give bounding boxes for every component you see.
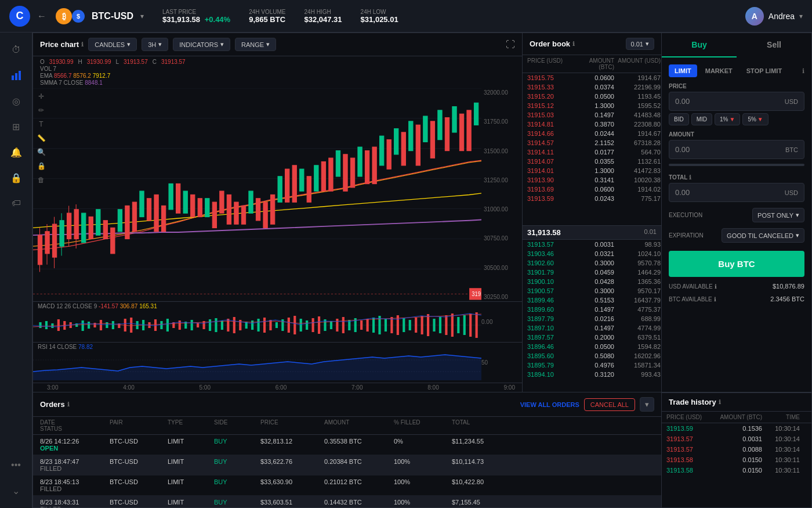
sidebar-item-chart[interactable]	[6, 65, 27, 86]
text-icon[interactable]: T	[35, 118, 47, 130]
ruler-icon[interactable]: 📏	[35, 132, 47, 144]
user-chevron-icon[interactable]: ▾	[799, 12, 803, 20]
table-row[interactable]: 31915.030.149741483.48	[523, 110, 661, 120]
table-row[interactable]: 31894.100.3120993.43	[523, 370, 661, 379]
pct1-btn[interactable]: 1% ▼	[715, 113, 740, 125]
pen-icon[interactable]: ✏	[35, 105, 47, 116]
magnet-icon[interactable]: 🔒	[35, 160, 47, 172]
table-row[interactable]: 31900.570.30009570.17	[523, 286, 661, 296]
execution-select[interactable]: POST ONLY ▾	[752, 208, 804, 222]
table-row[interactable]: 31897.570.20006379.51	[523, 333, 661, 342]
table-row[interactable]: 31901.790.04591464.29	[523, 268, 661, 277]
expiration-select[interactable]: GOOD TIL CANCELED ▾	[722, 228, 804, 243]
btc-info-icon[interactable]: ℹ	[714, 296, 716, 302]
table-row[interactable]: 31914.660.02441914.67	[523, 129, 661, 138]
ob-precision-select[interactable]: 0.01 ▾	[626, 38, 654, 50]
table-row[interactable]: 31913.570.003198.93	[523, 240, 661, 249]
trash-icon[interactable]: 🗑	[35, 174, 47, 186]
total-info-icon[interactable]: ℹ	[689, 174, 691, 181]
table-row[interactable]: 31897.100.14974774.99	[523, 323, 661, 333]
table-row[interactable]: 31903.460.03211024.10	[523, 249, 661, 258]
buy-btc-button[interactable]: Buy BTC	[669, 251, 804, 277]
order-type-help-icon[interactable]: ℹ	[802, 67, 804, 75]
table-row[interactable]: 31913.58 0.0150 10:30:11	[662, 455, 811, 465]
orders-info-icon[interactable]: ℹ	[67, 401, 70, 408]
pct5-btn[interactable]: 5% ▼	[742, 113, 768, 125]
table-row[interactable]: 31897.790.0216688.99	[523, 314, 661, 323]
mid-btn[interactable]: MID	[691, 113, 712, 125]
table-row[interactable]: 31913.900.314110020.38	[523, 175, 661, 185]
table-row[interactable]: 31899.600.14974775.37	[523, 305, 661, 314]
table-row[interactable]: 31915.750.06001914.67	[523, 73, 661, 82]
zoom-icon[interactable]: 🔍	[35, 146, 47, 158]
btc-available-label: BTC AVAILABLE ℹ	[669, 296, 716, 302]
svg-rect-77	[474, 103, 478, 125]
sidebar-item-ellipsis[interactable]: •••	[6, 455, 27, 475]
ob-info-icon[interactable]: ℹ	[572, 41, 575, 47]
table-row[interactable]: 31913.690.06001914.02	[523, 185, 661, 194]
fullscreen-button[interactable]: ⛶	[506, 39, 515, 50]
table-row[interactable]: 31895.790.497615871.34	[523, 361, 661, 370]
market-order-btn[interactable]: MARKET	[699, 64, 738, 77]
chart-canvas-area[interactable]: 31913.58 ✛ ✏ T 📏 🔍 🔒 🗑	[33, 88, 481, 301]
table-row[interactable]: 8/23 18:47:47 BTC-USD LIMIT BUY $33,622.…	[33, 455, 661, 475]
table-row[interactable]: 8/23 18:45:13 BTC-USD LIMIT BUY $33,630.…	[33, 475, 661, 496]
sidebar-item-bell[interactable]: 🔔	[6, 142, 27, 163]
sidebar-item-dot[interactable]: ◎	[6, 91, 27, 111]
table-row[interactable]: 8/26 14:12:26 BTC-USD LIMIT BUY $32,813.…	[33, 435, 661, 455]
cancel-all-btn[interactable]: CANCEL ALL	[584, 398, 635, 411]
table-row[interactable]: 31902.600.30009570.78	[523, 258, 661, 268]
table-row[interactable]: 31913.57 0.0031 10:30:14	[662, 434, 811, 444]
price-input[interactable]: 0.00 USD	[669, 92, 804, 111]
table-row[interactable]: 31914.110.0177564.70	[523, 147, 661, 157]
table-row[interactable]: 31915.330.037422196.99	[523, 82, 661, 92]
view-all-orders-btn[interactable]: VIEW ALL ORDERS	[520, 401, 579, 408]
sidebar-item-chevron[interactable]: ⌄	[6, 480, 27, 501]
amount-input[interactable]: 0.00 BTC	[669, 140, 804, 159]
svg-rect-17	[67, 213, 71, 239]
pair-name[interactable]: BTC-USD	[92, 11, 133, 21]
table-row[interactable]: 31900.100.04281365.36	[523, 277, 661, 286]
table-row[interactable]: 31915.121.30001595.52	[523, 101, 661, 110]
limit-order-btn[interactable]: LIMIT	[669, 64, 697, 77]
table-row[interactable]: 31913.58 0.0150 10:30:11	[662, 465, 811, 475]
chart-info-icon[interactable]: ℹ	[81, 41, 84, 48]
buy-tab[interactable]: Buy	[662, 33, 737, 57]
user-name[interactable]: Andrea	[768, 12, 795, 21]
candles-button[interactable]: CANDLES ▾	[88, 38, 137, 51]
trade-history-info-icon[interactable]: ℹ	[719, 399, 721, 405]
table-row[interactable]: 31913.590.0243775.17	[523, 194, 661, 203]
stop-limit-btn[interactable]: STOP LIMIT	[741, 64, 788, 77]
table-row[interactable]: 31914.810.387022308.80	[523, 120, 661, 129]
indicators-button[interactable]: INDICATORS ▾	[173, 38, 230, 51]
svg-rect-112	[227, 319, 229, 332]
table-row[interactable]: 31895.600.508016202.96	[523, 351, 661, 361]
svg-rect-151	[463, 315, 466, 335]
sidebar-item-clock[interactable]: ⏱	[6, 39, 27, 60]
table-row[interactable]: 31914.572.115267318.28	[523, 138, 661, 147]
sidebar-item-grid[interactable]: ⊞	[6, 116, 27, 137]
svg-rect-23	[111, 228, 115, 253]
table-row[interactable]: 31913.57 0.0088 10:30:14	[662, 444, 811, 455]
bid-btn[interactable]: BID	[669, 113, 689, 125]
crosshair-icon[interactable]: ✛	[35, 91, 47, 102]
amount-slider[interactable]	[669, 164, 804, 166]
usd-info-icon[interactable]: ℹ	[715, 283, 717, 290]
interval-button[interactable]: 3H ▾	[142, 38, 168, 51]
sell-tab[interactable]: Sell	[737, 33, 811, 57]
sidebar-item-lock[interactable]: 🔒	[6, 167, 27, 188]
orders-table: DATE PAIR TYPE SIDE PRICE AMOUNT % FILLE…	[33, 417, 661, 507]
table-row[interactable]: 31914.011.300041472.83	[523, 166, 661, 175]
table-row[interactable]: 31915.200.05001193.45	[523, 92, 661, 101]
table-row[interactable]: 31899.460.515316437.79	[523, 296, 661, 305]
back-button[interactable]: ←	[37, 11, 46, 21]
table-row[interactable]: 31896.460.05001594.82	[523, 342, 661, 351]
table-row[interactable]: 31913.59 0.1536 10:30:14	[662, 423, 811, 434]
pair-chevron-icon[interactable]: ▾	[140, 12, 144, 20]
table-row[interactable]: 8/23 18:43:31 BTC-USD LIMIT BUY $33,603.…	[33, 496, 661, 507]
range-button[interactable]: RANGE ▾	[235, 38, 276, 51]
table-row[interactable]: 31914.070.03551132.61	[523, 157, 661, 166]
orders-chevron-btn[interactable]: ▾	[640, 397, 654, 412]
total-input[interactable]: 0.00 USD	[669, 183, 804, 202]
sidebar-item-tag[interactable]: 🏷	[6, 193, 27, 214]
